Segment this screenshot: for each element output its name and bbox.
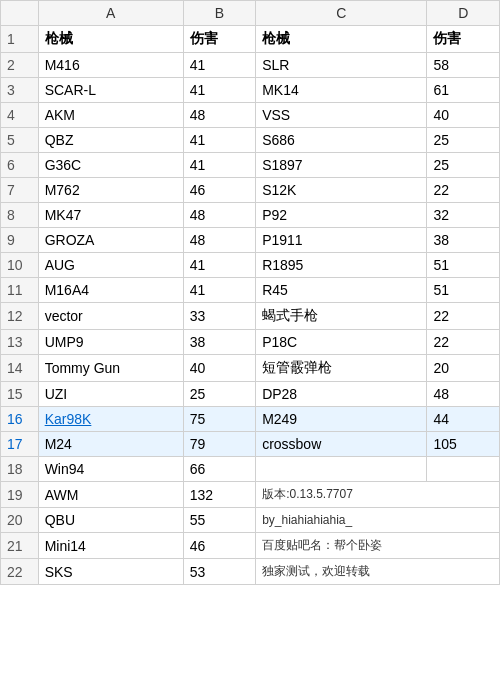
- row-number: 16: [1, 407, 39, 432]
- cell-b: 79: [183, 432, 255, 457]
- cell-c: 独家测试，欢迎转载: [256, 559, 500, 585]
- cell-c: VSS: [256, 103, 427, 128]
- cell-d: 44: [427, 407, 500, 432]
- cell-a: G36C: [38, 153, 183, 178]
- row-number: 20: [1, 508, 39, 533]
- row-number: 15: [1, 382, 39, 407]
- cell-d: 48: [427, 382, 500, 407]
- cell-b: 46: [183, 178, 255, 203]
- col-b-header: B: [183, 1, 255, 26]
- table-row: 20QBU55by_hiahiahiahia_: [1, 508, 500, 533]
- cell-a: Win94: [38, 457, 183, 482]
- cell-c: 百度贴吧名：帮个卧姿: [256, 533, 500, 559]
- cell-a: UMP9: [38, 330, 183, 355]
- cell-c: SLR: [256, 53, 427, 78]
- table-row: 10AUG41R189551: [1, 253, 500, 278]
- cell-c: P92: [256, 203, 427, 228]
- cell-d: 22: [427, 178, 500, 203]
- cell-a: MK47: [38, 203, 183, 228]
- cell-a: vector: [38, 303, 183, 330]
- cell-a: Tommy Gun: [38, 355, 183, 382]
- cell-b: 41: [183, 278, 255, 303]
- row-number: 8: [1, 203, 39, 228]
- row-number: 5: [1, 128, 39, 153]
- table-row: 7M76246S12K22: [1, 178, 500, 203]
- cell-a: Mini14: [38, 533, 183, 559]
- cell-b: 75: [183, 407, 255, 432]
- row-number: 17: [1, 432, 39, 457]
- cell-a: M762: [38, 178, 183, 203]
- table-row: 4AKM48VSS40: [1, 103, 500, 128]
- cell-b: 48: [183, 103, 255, 128]
- cell-a: M24: [38, 432, 183, 457]
- row-number: 2: [1, 53, 39, 78]
- cell-d: 32: [427, 203, 500, 228]
- cell-a: SCAR-L: [38, 78, 183, 103]
- row-number: 11: [1, 278, 39, 303]
- cell-b: 53: [183, 559, 255, 585]
- cell-c: by_hiahiahiahia_: [256, 508, 500, 533]
- table-row: 21Mini1446百度贴吧名：帮个卧姿: [1, 533, 500, 559]
- table-row: 3SCAR-L41MK1461: [1, 78, 500, 103]
- cell-a: UZI: [38, 382, 183, 407]
- cell-b: 38: [183, 330, 255, 355]
- cell-b: 41: [183, 53, 255, 78]
- row-number: 6: [1, 153, 39, 178]
- cell-a: QBZ: [38, 128, 183, 153]
- cell-d: 58: [427, 53, 500, 78]
- cell-c: S686: [256, 128, 427, 153]
- row-number: 7: [1, 178, 39, 203]
- cell-d: 伤害: [427, 26, 500, 53]
- table-row: 11M16A441R4551: [1, 278, 500, 303]
- spreadsheet-table: A B C D 1枪械伤害枪械伤害2M41641SLR583SCAR-L41MK…: [0, 0, 500, 585]
- table-row: 6G36C41S189725: [1, 153, 500, 178]
- cell-c: 蝎式手枪: [256, 303, 427, 330]
- cell-a: GROZA: [38, 228, 183, 253]
- table-row: 8MK4748P9232: [1, 203, 500, 228]
- link-text[interactable]: Kar98K: [45, 411, 92, 427]
- table-row: 12vector33蝎式手枪22: [1, 303, 500, 330]
- row-number: 10: [1, 253, 39, 278]
- cell-d: 105: [427, 432, 500, 457]
- cell-c: S1897: [256, 153, 427, 178]
- cell-c: P18C: [256, 330, 427, 355]
- cell-c: 短管霰弹枪: [256, 355, 427, 382]
- table-row: 13UMP938P18C22: [1, 330, 500, 355]
- row-number: 19: [1, 482, 39, 508]
- table-row: 18Win9466: [1, 457, 500, 482]
- cell-a: QBU: [38, 508, 183, 533]
- cell-c: P1911: [256, 228, 427, 253]
- row-number: 9: [1, 228, 39, 253]
- cell-d: 25: [427, 153, 500, 178]
- cell-d: 22: [427, 303, 500, 330]
- table-row: 19AWM132版本:0.13.5.7707: [1, 482, 500, 508]
- row-number: 22: [1, 559, 39, 585]
- cell-c: 枪械: [256, 26, 427, 53]
- row-number: 13: [1, 330, 39, 355]
- row-number: 3: [1, 78, 39, 103]
- cell-d: 51: [427, 253, 500, 278]
- cell-c: R45: [256, 278, 427, 303]
- cell-c: crossbow: [256, 432, 427, 457]
- column-headers: A B C D: [1, 1, 500, 26]
- cell-d: [427, 457, 500, 482]
- table-row: 17M2479crossbow105: [1, 432, 500, 457]
- cell-a: AKM: [38, 103, 183, 128]
- cell-b: 66: [183, 457, 255, 482]
- row-number: 18: [1, 457, 39, 482]
- cell-b: 46: [183, 533, 255, 559]
- row-number: 21: [1, 533, 39, 559]
- cell-b: 41: [183, 253, 255, 278]
- cell-d: 20: [427, 355, 500, 382]
- table-row: 16Kar98K75M24944: [1, 407, 500, 432]
- cell-d: 38: [427, 228, 500, 253]
- cell-b: 41: [183, 153, 255, 178]
- cell-c: R1895: [256, 253, 427, 278]
- table-row: 5QBZ41S68625: [1, 128, 500, 153]
- cell-b: 41: [183, 78, 255, 103]
- cell-a: SKS: [38, 559, 183, 585]
- cell-b: 伤害: [183, 26, 255, 53]
- table-row: 9GROZA48P191138: [1, 228, 500, 253]
- col-d-header: D: [427, 1, 500, 26]
- cell-c: 版本:0.13.5.7707: [256, 482, 500, 508]
